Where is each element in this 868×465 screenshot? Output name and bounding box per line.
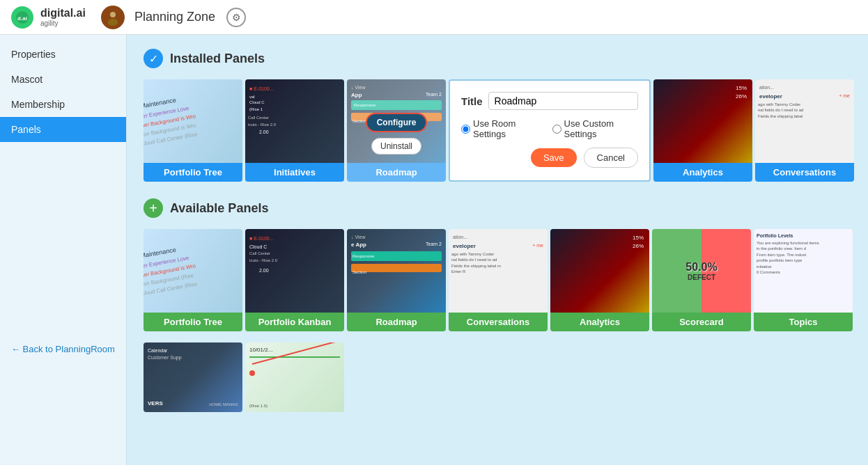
avail-analytics-label: Analytics [550, 313, 649, 331]
avail-roadmap-label: Roadmap [347, 313, 446, 331]
avail-analytics-thumb: 15% 26% [550, 229, 649, 313]
configure-title-label: Title [461, 95, 483, 107]
avail-scorecard-label: Scorecard [652, 313, 751, 331]
avail-portfolio-tree-label: Portfolio Tree [144, 313, 242, 331]
check-icon: ✓ [144, 49, 163, 68]
installed-panel-conversations[interactable]: ation... eveloper + me ago with Tammy Co… [755, 79, 854, 182]
available-panel-topics[interactable]: Portfolio Levels You are exploring funct… [754, 229, 853, 331]
available-panels-row: X Maintenance User Experience Love User … [144, 229, 851, 331]
configure-title-row: Title [461, 92, 638, 110]
configure-radio-row: Use Room Settings Use Custom Settings [461, 118, 638, 139]
cancel-button[interactable]: Cancel [584, 148, 638, 168]
installed-panels-row: X Maintenance User Experience Love User … [144, 79, 851, 182]
available-panel-scorecard[interactable]: 50.0% DEFECT Scorecard [652, 229, 751, 331]
avail-kanban-label: Portfolio Kanban [245, 313, 344, 331]
avail-calendar-thumb: Calendar Customer Supp VERS HOME MANAG [144, 342, 242, 412]
analytics-thumb: 15% 26% [653, 79, 752, 163]
configure-button[interactable]: Configure [366, 113, 428, 132]
available-panel-analytics[interactable]: 15% 26% Analytics [550, 229, 649, 331]
use-custom-settings-radio[interactable]: Use Custom Settings [552, 118, 638, 139]
portfolio-tree-label: Portfolio Tree [144, 163, 242, 182]
header: d.ai digital.ai agility Planning Zone ⚙ [0, 0, 868, 35]
sidebar-item-panels[interactable]: Panels [0, 117, 126, 142]
uninstall-button[interactable]: Uninstall [371, 138, 421, 155]
sidebar-item-mascot[interactable]: Mascot [0, 67, 126, 92]
brand-name: digital.ai [40, 7, 86, 19]
avail-topics-thumb: Portfolio Levels You are exploring funct… [754, 229, 853, 313]
layout: Properties Mascot Membership Panels ← Ba… [0, 35, 868, 465]
svg-point-2 [110, 12, 116, 17]
back-to-planning-room[interactable]: ← Back to PlanningRoom [0, 337, 126, 361]
conversations-label: Conversations [755, 163, 854, 182]
conversations-thumb: ation... eveloper + me ago with Tammy Co… [755, 79, 854, 163]
initiatives-thumb: ■ E-0100... val Cloud C (Rise 1 Call Cen… [245, 79, 344, 163]
brand: digital.ai agility [40, 7, 86, 27]
settings-gear-icon[interactable]: ⚙ [226, 8, 246, 27]
initiatives-label: Initiatives [245, 163, 344, 182]
available-panel-conversations[interactable]: ation... eveloper + me ago with Tammy Co… [449, 229, 548, 331]
sidebar-item-membership[interactable]: Membership [0, 92, 126, 117]
available-panels-section: + Available Panels X Maintenance User Ex… [144, 198, 851, 412]
configure-dialog: Title Use Room Settings Use Custom Setti… [449, 79, 651, 182]
avail-topics-label: Topics [754, 313, 853, 331]
available-panels-title: Available Panels [170, 201, 268, 216]
sidebar: Properties Mascot Membership Panels ← Ba… [0, 35, 127, 465]
avail-rise-thumb: 10/01/2... (Rise 1.0) [245, 342, 344, 412]
page-title: Planning Zone [134, 10, 215, 24]
installed-panels-title: Installed Panels [170, 52, 265, 66]
app-logo: d.ai [11, 6, 33, 29]
sidebar-item-properties[interactable]: Properties [0, 42, 126, 67]
avail-conversations-label: Conversations [449, 313, 548, 331]
available-panel-portfolio-kanban[interactable]: ■ E-0100... Cloud C Call Center tcuts - … [245, 229, 344, 331]
svg-point-3 [108, 19, 118, 26]
available-panel-calendar[interactable]: Calendar Customer Supp VERS HOME MANAG [144, 342, 242, 412]
available-panel-portfolio-tree[interactable]: X Maintenance User Experience Love User … [144, 229, 242, 331]
configure-btn-row: Save Cancel [461, 148, 638, 168]
installed-panel-portfolio-tree[interactable]: X Maintenance User Experience Love User … [144, 79, 242, 182]
use-room-settings-radio[interactable]: Use Room Settings [461, 118, 541, 139]
avail-conversations-thumb: ation... eveloper + me ago with Tammy Co… [449, 229, 548, 313]
user-avatar[interactable] [101, 6, 125, 29]
available-panels-row-2: Calendar Customer Supp VERS HOME MANAG 1… [144, 342, 851, 412]
installed-panels-header: ✓ Installed Panels [144, 49, 851, 68]
avail-portfolio-tree-thumb: X Maintenance User Experience Love User … [144, 229, 242, 313]
configure-title-input[interactable] [488, 92, 638, 110]
brand-sub: agility [40, 19, 86, 27]
portfolio-tree-thumb: X Maintenance User Experience Love User … [144, 79, 242, 163]
main-content: ✓ Installed Panels X Maintenance User Ex… [127, 35, 868, 465]
avail-roadmap-thumb: ↓ View e App Team 2 Responsive Section [347, 229, 446, 313]
analytics-label: Analytics [653, 163, 752, 182]
svg-text:d.ai: d.ai [17, 15, 27, 22]
available-panel-roadmap[interactable]: ↓ View e App Team 2 Responsive Section R… [347, 229, 446, 331]
installed-panel-initiatives[interactable]: ■ E-0100... val Cloud C (Rise 1 Call Cen… [245, 79, 344, 182]
installed-panel-roadmap-wrapper: ↓ View App Team 2 Responsive Section Roa… [347, 79, 446, 182]
available-panels-header: + Available Panels [144, 198, 851, 218]
roadmap-configure-overlay: Configure Uninstall [347, 79, 446, 182]
avail-scorecard-thumb: 50.0% DEFECT [652, 229, 751, 313]
save-button[interactable]: Save [531, 148, 577, 167]
plus-icon: + [144, 198, 163, 218]
installed-panel-analytics[interactable]: 15% 26% Analytics [653, 79, 752, 182]
avail-kanban-thumb: ■ E-0100... Cloud C Call Center tcuts - … [245, 229, 344, 313]
available-panel-rise[interactable]: 10/01/2... (Rise 1.0) [245, 342, 344, 412]
